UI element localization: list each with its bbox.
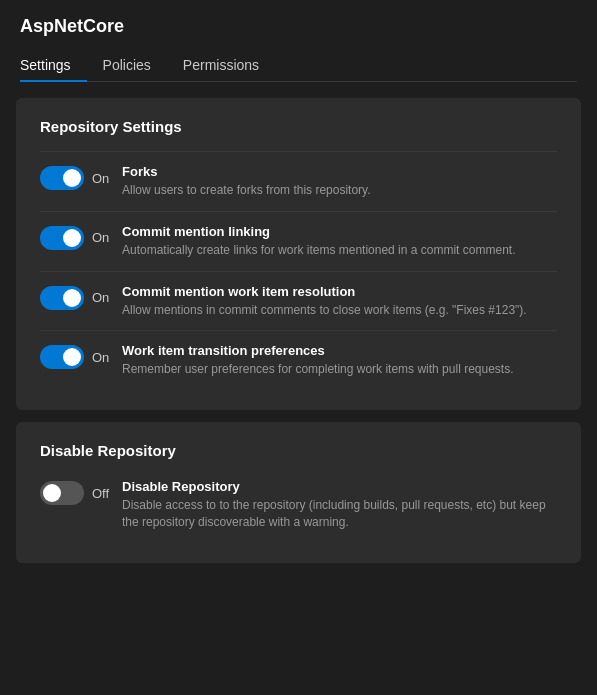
setting-text-commit-mention-resolution: Commit mention work item resolution Allo… [122,284,557,319]
setting-name-commit-mention-resolution: Commit mention work item resolution [122,284,557,299]
section-disable-repository: Disable Repository Off Disable Repositor… [16,422,581,563]
toggle-disable-repo-label: Off [92,486,109,501]
app-title: AspNetCore [20,16,577,37]
toggle-work-item-transition[interactable]: On [40,343,110,369]
toggle-commit-mention-resolution[interactable]: On [40,284,110,310]
setting-text-disable-repo: Disable Repository Disable access to to … [122,479,557,531]
section-title-repository-settings: Repository Settings [40,118,557,135]
setting-text-commit-mention-linking: Commit mention linking Automatically cre… [122,224,557,259]
setting-name-forks: Forks [122,164,557,179]
section-repository-settings: Repository Settings On Forks Allow users… [16,98,581,410]
toggle-commit-mention-linking-label: On [92,230,109,245]
setting-name-disable-repo: Disable Repository [122,479,557,494]
toggle-forks[interactable]: On [40,164,110,190]
toggle-disable-repo[interactable]: Off [40,479,110,505]
setting-desc-disable-repo: Disable access to to the repository (inc… [122,497,557,531]
toggle-commit-mention-linking[interactable]: On [40,224,110,250]
toggle-commit-mention-resolution-switch[interactable] [40,286,84,310]
toggle-work-item-transition-label: On [92,350,109,365]
content: Repository Settings On Forks Allow users… [0,82,597,579]
tab-permissions[interactable]: Permissions [167,49,275,81]
toggle-work-item-transition-switch[interactable] [40,345,84,369]
toggle-disable-repo-switch[interactable] [40,481,84,505]
setting-text-work-item-transition: Work item transition preferences Remembe… [122,343,557,378]
tab-policies[interactable]: Policies [87,49,167,81]
header: AspNetCore Settings Policies Permissions [0,0,597,82]
tabs: Settings Policies Permissions [20,49,577,82]
setting-name-work-item-transition: Work item transition preferences [122,343,557,358]
setting-desc-commit-mention-linking: Automatically create links for work item… [122,242,557,259]
setting-row-disable-repo: Off Disable Repository Disable access to… [40,475,557,543]
toggle-forks-switch[interactable] [40,166,84,190]
tab-settings[interactable]: Settings [20,49,87,81]
toggle-commit-mention-linking-switch[interactable] [40,226,84,250]
setting-row-commit-mention-resolution: On Commit mention work item resolution A… [40,271,557,331]
setting-desc-forks: Allow users to create forks from this re… [122,182,557,199]
setting-desc-commit-mention-resolution: Allow mentions in commit comments to clo… [122,302,557,319]
setting-row-commit-mention-linking: On Commit mention linking Automatically … [40,211,557,271]
setting-text-forks: Forks Allow users to create forks from t… [122,164,557,199]
section-title-disable-repository: Disable Repository [40,442,557,459]
setting-name-commit-mention-linking: Commit mention linking [122,224,557,239]
toggle-forks-label: On [92,171,109,186]
toggle-commit-mention-resolution-label: On [92,290,109,305]
setting-row-forks: On Forks Allow users to create forks fro… [40,151,557,211]
setting-row-work-item-transition: On Work item transition preferences Reme… [40,330,557,390]
setting-desc-work-item-transition: Remember user preferences for completing… [122,361,557,378]
